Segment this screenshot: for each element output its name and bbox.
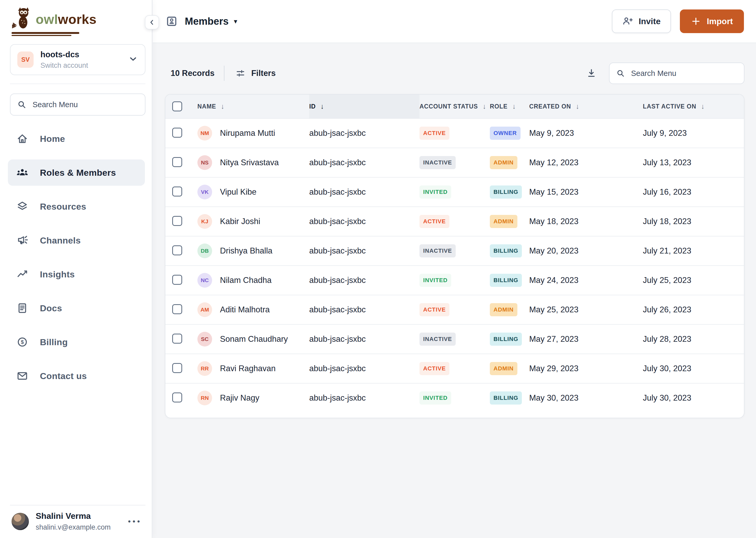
status-badge: ACTIVE (419, 303, 449, 316)
row-checkbox[interactable] (172, 245, 182, 255)
app-window: owlworks SV hoots-dcs Switch account (0, 0, 756, 538)
member-id: abub-jsac-jsxbc (309, 158, 419, 167)
table-toolbar: 10 Records Filters (170, 63, 744, 84)
member-badge-icon (166, 16, 177, 27)
sidebar-item-contact-us[interactable]: Contact us (8, 363, 145, 389)
role-badge: BILLING (490, 333, 522, 346)
last-active-on: July 21, 2023 (643, 246, 744, 256)
user-menu-ellipsis-icon[interactable]: ••• (128, 517, 142, 526)
table-row: SC Sonam Chaudhary abub-jsac-jsxbc INACT… (165, 324, 744, 353)
sidebar-item-docs[interactable]: Docs (8, 295, 145, 321)
last-active-on: July 28, 2023 (643, 334, 744, 344)
account-switcher[interactable]: SV hoots-dcs Switch account (10, 44, 145, 75)
sidebar-collapse-button[interactable] (145, 15, 159, 29)
member-avatar: VK (197, 185, 212, 199)
role-badge: BILLING (490, 392, 522, 404)
last-active-on: July 13, 2023 (643, 158, 744, 167)
chevron-left-icon (148, 19, 156, 26)
last-active-on: July 25, 2023 (643, 276, 744, 285)
filters-button[interactable]: Filters (235, 68, 276, 78)
created-on: May 27, 2023 (529, 334, 643, 344)
import-button[interactable]: Import (680, 10, 744, 33)
sidebar-search-input[interactable] (32, 100, 139, 109)
sidebar-item-resources[interactable]: Resources (8, 193, 145, 220)
member-name: Aditi Malhotra (220, 305, 270, 314)
brand-logo: owlworks (12, 7, 97, 32)
brand-name: owlworks (36, 13, 97, 26)
created-on: May 20, 2023 (529, 246, 643, 256)
member-name: Sonam Chaudhary (220, 334, 288, 344)
sidebar-search (10, 93, 145, 116)
sidebar-nav: Home Roles & Members Resources Channels (8, 126, 145, 397)
role-badge: BILLING (490, 244, 522, 257)
download-icon[interactable] (586, 68, 597, 79)
invite-label: Invite (639, 17, 661, 26)
member-name: Vipul Kibe (220, 187, 257, 197)
table-row: RN Rajiv Nagy abub-jsac-jsxbc INVITED BI… (165, 383, 744, 412)
sidebar-item-channels[interactable]: Channels (8, 227, 145, 253)
status-badge: INVITED (419, 186, 451, 198)
member-name: Nitya Srivastava (220, 158, 279, 167)
people-group-icon (16, 167, 28, 179)
status-badge: INACTIVE (419, 244, 456, 257)
row-checkbox[interactable] (172, 304, 182, 314)
role-badge: OWNER (490, 127, 521, 140)
sidebar-item-insights[interactable]: Insights (8, 261, 145, 288)
sidebar-item-label: Channels (40, 235, 80, 245)
select-all-checkbox[interactable] (172, 101, 182, 111)
plus-icon (691, 16, 701, 26)
last-active-on: July 26, 2023 (643, 305, 744, 314)
sort-arrow-icon: ↓ (576, 102, 579, 111)
table-row: AM Aditi Malhotra abub-jsac-jsxbc ACTIVE… (165, 295, 744, 324)
sidebar-item-label: Insights (40, 269, 75, 280)
invite-button[interactable]: Invite (612, 10, 671, 33)
role-badge: BILLING (490, 274, 522, 287)
column-header-id[interactable]: ID↓ (309, 94, 419, 118)
column-header-account-status[interactable]: ACCOUNT STATUS↓ (419, 94, 490, 118)
role-badge: ADMIN (490, 156, 517, 169)
column-header-created-on[interactable]: CREATED ON↓ (529, 94, 643, 118)
table-row: NC Nilam Chadha abub-jsac-jsxbc INVITED … (165, 265, 744, 295)
column-header-name[interactable]: NAME↓ (197, 94, 309, 118)
sidebar-item-label: Roles & Members (40, 168, 116, 178)
column-header-last-active-on[interactable]: LAST ACTIVE ON↓ (643, 94, 744, 118)
member-id: abub-jsac-jsxbc (309, 393, 419, 403)
sort-arrow-icon: ↓ (221, 102, 224, 111)
sidebar-item-billing[interactable]: $ Billing (8, 329, 145, 355)
member-avatar: KJ (197, 214, 212, 229)
row-checkbox[interactable] (172, 393, 182, 403)
row-checkbox[interactable] (172, 275, 182, 285)
sidebar-item-label: Resources (40, 201, 86, 212)
row-checkbox[interactable] (172, 363, 182, 373)
row-checkbox[interactable] (172, 128, 182, 138)
member-avatar: NC (197, 273, 212, 288)
status-badge: INACTIVE (419, 333, 456, 346)
user-name: Shalini Verma (36, 511, 111, 521)
dollar-circle-icon: $ (16, 336, 28, 348)
toolbar-divider (224, 66, 224, 81)
status-badge: INVITED (419, 392, 451, 404)
sort-arrow-icon: ↓ (701, 102, 705, 111)
page-title[interactable]: Members (185, 16, 229, 27)
row-checkbox[interactable] (172, 216, 182, 226)
table-row: RR Ravi Raghavan abub-jsac-jsxbc ACTIVE … (165, 353, 744, 383)
table-search-input[interactable] (631, 69, 737, 78)
sidebar-item-roles-members[interactable]: Roles & Members (8, 159, 145, 186)
role-badge: BILLING (490, 186, 522, 198)
caret-down-icon[interactable]: ▾ (234, 17, 237, 26)
row-checkbox[interactable] (172, 334, 182, 344)
row-checkbox[interactable] (172, 187, 182, 196)
member-id: abub-jsac-jsxbc (309, 305, 419, 314)
member-avatar: NM (197, 126, 212, 140)
member-name: Nilam Chadha (220, 276, 271, 285)
table-row: DB Drishya Bhalla abub-jsac-jsxbc INACTI… (165, 236, 744, 265)
row-checkbox[interactable] (172, 157, 182, 167)
megaphone-icon (16, 234, 28, 246)
status-badge: ACTIVE (419, 362, 449, 375)
sidebar-item-home[interactable]: Home (8, 126, 145, 152)
import-label: Import (707, 17, 733, 26)
table-search (609, 63, 744, 84)
user-avatar (12, 513, 29, 530)
switch-account-label: Switch account (40, 62, 88, 70)
column-header-role[interactable]: ROLE↓ (490, 94, 529, 118)
